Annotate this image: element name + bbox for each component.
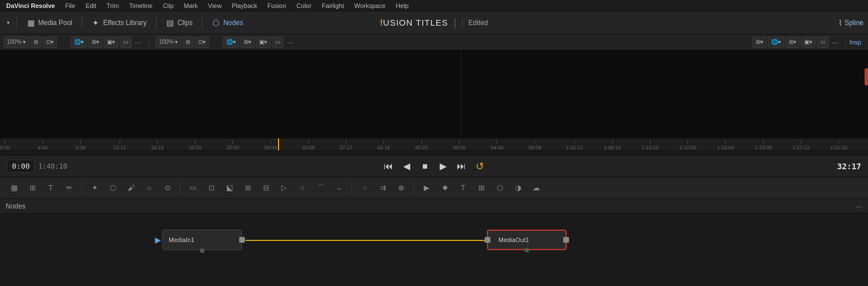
tool-cloud[interactable]: ☁ (529, 181, 543, 195)
mediaout-bottom-port[interactable] (525, 248, 529, 252)
window-btn-3[interactable]: ▭ (817, 36, 829, 48)
mediain-bottom-port[interactable] (200, 248, 204, 253)
menu-playback[interactable]: Playback (230, 2, 259, 9)
tool-particles2[interactable]: ⁘ (357, 181, 372, 195)
viewer-mode-btn-3[interactable]: ⊞ (182, 36, 194, 48)
mediaout-input-port[interactable] (485, 237, 490, 243)
left-viewer-controls: 100% ▾ ⊞ ⊡▾ 🌐▾ ⊞▾ ▣▾ ▭ ··· (3, 36, 144, 48)
tool-transform[interactable]: ⊟ (259, 181, 273, 195)
aspect-btn-3[interactable]: ▣▾ (801, 36, 816, 48)
loop-button[interactable]: ↺ (473, 160, 486, 173)
globe-btn-3[interactable]: 🌐▾ (768, 36, 784, 48)
menu-help[interactable]: Help (394, 2, 411, 9)
menu-view[interactable]: View (206, 2, 223, 9)
grid-btn-3[interactable]: ⊞▾ (785, 36, 800, 48)
menu-fairlight[interactable]: Fairlight (320, 2, 346, 9)
mediain-output-port[interactable] (239, 237, 245, 243)
effects-library-button[interactable]: ✦ Effects Library (87, 16, 151, 30)
go-to-end-button[interactable]: ⏭ (455, 160, 468, 173)
go-to-start-button[interactable]: ⏮ (382, 160, 395, 173)
clips-button[interactable]: ▤ Clips (161, 16, 198, 30)
tool-bspline[interactable]: ⌣ (331, 181, 346, 195)
timeline-scrollbar[interactable] (0, 151, 868, 156)
right-extra-controls: ⊞▾ 🌐▾ ⊞▾ ▣▾ ▭ ··· (752, 36, 841, 48)
tool-paint[interactable]: 🖌 (124, 181, 138, 195)
tool-color-correct[interactable]: ☼ (142, 181, 157, 195)
tool-warp[interactable]: ⬕ (222, 181, 237, 195)
window-btn-1[interactable]: ▭ (120, 36, 132, 48)
menu-trim[interactable]: Trim (105, 2, 121, 9)
ruler-tick-10: 41:16 (378, 140, 391, 150)
tool-crop[interactable]: ⊞ (240, 181, 255, 195)
nodes-panel: Nodes ··· ▶ MediaIn1 MediaOut1 (0, 199, 868, 214)
tool-ellipse[interactable]: ○ (295, 181, 310, 195)
mediaout-output-port[interactable] (563, 237, 569, 243)
tool-mask[interactable]: ⬡ (105, 181, 120, 195)
nodes-more-button[interactable]: ··· (855, 202, 862, 211)
viewer-mode-btn-4[interactable]: ⊡▾ (195, 36, 209, 48)
preview-left-viewer (0, 50, 461, 138)
ruler-tick-15: 1:02:12 (566, 140, 583, 150)
menu-workspace[interactable]: Workspace (353, 2, 387, 9)
tool-dropper[interactable]: ⊙ (160, 181, 175, 195)
vc-sep-1 (149, 37, 150, 47)
transport-controls: ⏮ ◀ ■ ▶ ⏭ ↺ (382, 160, 486, 173)
tool-render[interactable]: ⊞ (474, 181, 489, 195)
nodes-button[interactable]: ⬡ Nodes (207, 16, 248, 30)
tool-color2[interactable]: ◑ (510, 181, 525, 195)
menu-clip[interactable]: Clip (161, 2, 175, 9)
menu-fusion[interactable]: Fusion (266, 2, 288, 9)
output-mode-btn[interactable]: ⊞▾ (752, 36, 767, 48)
viewer-mode-btn-2[interactable]: ⊡▾ (43, 36, 57, 48)
ruler-tick-16: 1:06:16 (604, 140, 621, 150)
mediain1-node[interactable]: ▶ MediaIn1 (162, 230, 242, 250)
play-button[interactable]: ▶ (436, 160, 450, 173)
viewer-mode-btn-1[interactable]: ⊞ (30, 36, 42, 48)
tool-text[interactable]: T (43, 181, 58, 195)
tool-bezier[interactable]: ⌒ (313, 181, 328, 195)
media-pool-button[interactable]: ▦ Media Pool (22, 16, 77, 30)
current-time-display: 0:00 (7, 160, 35, 173)
mediaout1-node[interactable]: MediaOut1 (487, 230, 567, 250)
zoom-left-btn[interactable]: 100% ▾ (3, 36, 29, 48)
tool-view[interactable]: ▶ (419, 181, 434, 195)
spline-label[interactable]: ⌇ Spline (838, 18, 863, 27)
tool-particles[interactable]: ✦ (87, 181, 102, 195)
aspect-btn-2[interactable]: ▣▾ (256, 36, 271, 48)
right-dots[interactable]: ··· (830, 38, 841, 47)
tool-merge[interactable]: ⯁ (437, 181, 452, 195)
workspace-dropdown[interactable]: ▾ (5, 17, 12, 28)
tool-text3d[interactable]: T (456, 181, 470, 195)
effects-icon: ✦ (91, 18, 100, 27)
tool-select[interactable]: ▦ (7, 181, 22, 195)
tool-rect-mask[interactable]: ▭ (186, 181, 200, 195)
frame-counter-display: 32:17 (837, 162, 861, 171)
tool-pen[interactable]: ✏ (62, 181, 76, 195)
tool-clone[interactable]: ⊡ (204, 181, 219, 195)
stop-button[interactable]: ■ (418, 160, 432, 173)
menu-davinci-resolve[interactable]: DaVinci Resolve (5, 2, 56, 9)
globe-btn-1[interactable]: 🌐▾ (71, 36, 87, 48)
aspect-btn-1[interactable]: ▣▾ (104, 36, 118, 48)
insp-label[interactable]: Insp (845, 39, 865, 46)
ruler-tick-12: 50:00 (453, 140, 466, 150)
menu-timeline[interactable]: Timeline (128, 2, 154, 9)
grid-btn-2[interactable]: ⊞▾ (240, 36, 255, 48)
grid-btn-1[interactable]: ⊞▾ (88, 36, 103, 48)
menu-edit[interactable]: Edit (84, 2, 98, 9)
zoom-right-btn[interactable]: 100% ▾ (155, 36, 181, 48)
tool-optical-flow[interactable]: ⊕ (394, 181, 408, 195)
globe-btn-2[interactable]: 🌐▾ (223, 36, 239, 48)
menu-color[interactable]: Color (295, 2, 313, 9)
tool-select-all[interactable]: ⊞ (25, 181, 40, 195)
tool-flow[interactable]: ⇉ (375, 181, 390, 195)
menu-mark[interactable]: Mark (182, 2, 199, 9)
menu-file[interactable]: File (63, 2, 77, 9)
viewer-right-dots[interactable]: ··· (285, 38, 296, 47)
sidebar-tab[interactable] (865, 68, 868, 85)
tool-3d[interactable]: ⬡ (492, 181, 507, 195)
window-btn-2[interactable]: ▭ (272, 36, 284, 48)
tool-roto[interactable]: ▷ (277, 181, 292, 195)
step-back-button[interactable]: ◀ (400, 160, 413, 173)
viewer-left-dots[interactable]: ··· (133, 38, 144, 47)
